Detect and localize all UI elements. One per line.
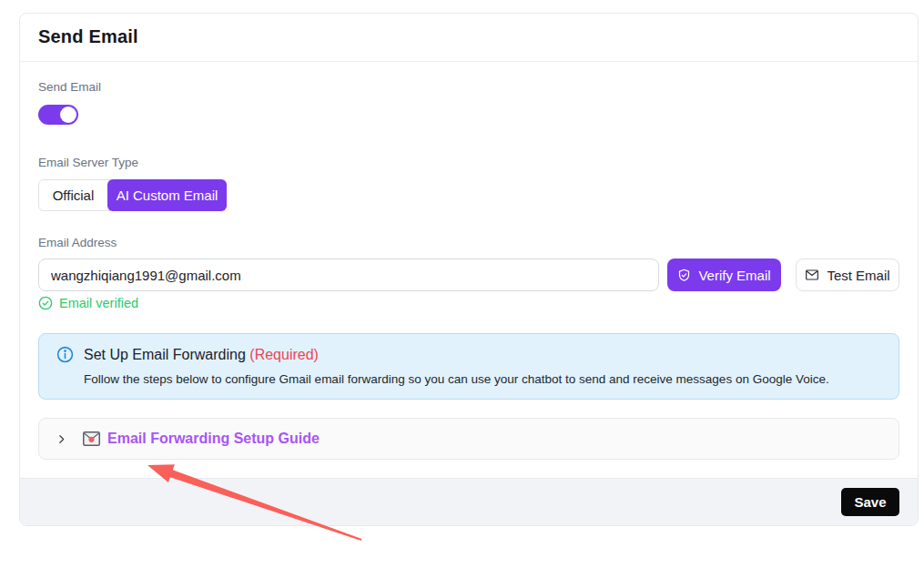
email-address-input[interactable] [38, 259, 659, 291]
server-type-official-button[interactable]: Official [39, 180, 107, 210]
shield-check-icon [677, 269, 691, 282]
save-button[interactable]: Save [841, 488, 899, 516]
email-address-row: Verify Email Test Email [38, 259, 899, 291]
test-email-label: Test Email [827, 268, 889, 283]
card-header: Send Email [20, 14, 918, 62]
send-email-toggle[interactable] [38, 105, 78, 125]
guide-title-link[interactable]: Email Forwarding Setup Guide [107, 431, 320, 447]
server-type-ai-custom-email-button[interactable]: AI Custom Email [107, 179, 227, 211]
check-circle-icon [38, 296, 53, 310]
info-box-title-text: Set Up Email Forwarding [84, 347, 246, 362]
card-body: Send Email Email Server Type Official AI… [20, 62, 918, 478]
verify-email-label: Verify Email [698, 268, 770, 283]
toggle-knob [60, 106, 76, 123]
info-box-title: Set Up Email Forwarding (Required) [84, 347, 319, 363]
info-box-description: Follow the steps below to configure Gmai… [84, 372, 882, 386]
verify-email-button[interactable]: Verify Email [667, 259, 781, 291]
email-server-type-label: Email Server Type [38, 156, 899, 170]
info-title-row: Set Up Email Forwarding (Required) [56, 346, 882, 363]
envelope-red-dot-icon [83, 431, 100, 446]
test-email-button[interactable]: Test Email [796, 259, 899, 291]
email-address-label: Email Address [38, 236, 899, 250]
card-footer: Save [20, 478, 918, 525]
page-title: Send Email [38, 26, 138, 46]
envelope-icon [805, 268, 819, 282]
send-email-card: Send Email Send Email Email Server Type … [19, 13, 919, 526]
required-tag: (Required) [249, 347, 319, 362]
email-forwarding-info-box: Set Up Email Forwarding (Required) Follo… [38, 333, 899, 400]
chevron-right-icon[interactable] [56, 433, 67, 445]
email-verified-text: Email verified [59, 296, 138, 310]
email-verified-status: Email verified [38, 295, 899, 310]
email-server-type-segmented: Official AI Custom Email [38, 179, 227, 211]
info-icon [56, 346, 74, 363]
send-email-toggle-label: Send Email [38, 80, 899, 95]
email-forwarding-guide-expander[interactable]: Email Forwarding Setup Guide [38, 418, 899, 460]
